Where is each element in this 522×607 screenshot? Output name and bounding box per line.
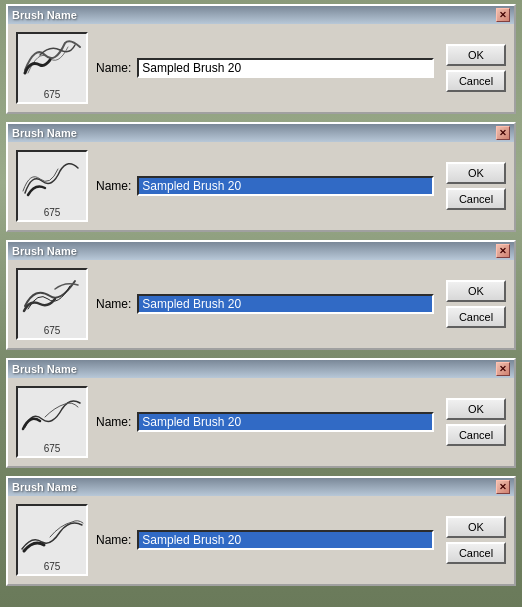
titlebar-3: Brush Name ✕ — [8, 242, 514, 260]
dialog-2: Brush Name ✕ 675 Name: OK Cancel — [6, 122, 516, 232]
body-2: 675 Name: OK Cancel — [8, 142, 514, 230]
name-row-2: Name: — [96, 176, 434, 196]
brush-number-1: 675 — [44, 89, 61, 100]
brush-preview-2: 675 — [16, 150, 88, 222]
cancel-button-2[interactable]: Cancel — [446, 188, 506, 210]
name-input-5[interactable] — [137, 530, 434, 550]
cancel-button-5[interactable]: Cancel — [446, 542, 506, 564]
dialog-5: Brush Name ✕ 675 Name: OK Cancel — [6, 476, 516, 586]
brush-stroke-4 — [20, 389, 85, 439]
body-4: 675 Name: OK Cancel — [8, 378, 514, 466]
name-input-4[interactable] — [137, 412, 434, 432]
ok-button-4[interactable]: OK — [446, 398, 506, 420]
brush-number-2: 675 — [44, 207, 61, 218]
close-button-4[interactable]: ✕ — [496, 362, 510, 376]
titlebar-1: Brush Name ✕ — [8, 6, 514, 24]
ok-button-5[interactable]: OK — [446, 516, 506, 538]
name-label-1: Name: — [96, 61, 131, 75]
buttons-4: OK Cancel — [446, 398, 506, 446]
brush-number-4: 675 — [44, 443, 61, 454]
titlebar-4: Brush Name ✕ — [8, 360, 514, 378]
ok-button-3[interactable]: OK — [446, 280, 506, 302]
buttons-3: OK Cancel — [446, 280, 506, 328]
brush-preview-4: 675 — [16, 386, 88, 458]
cancel-button-1[interactable]: Cancel — [446, 70, 506, 92]
name-input-2[interactable] — [137, 176, 434, 196]
dialog-4: Brush Name ✕ 675 Name: OK Cancel — [6, 358, 516, 468]
name-area-5: Name: — [96, 530, 434, 550]
brush-stroke-5 — [20, 507, 85, 557]
brush-stroke-3 — [20, 271, 85, 321]
name-area-3: Name: — [96, 294, 434, 314]
buttons-5: OK Cancel — [446, 516, 506, 564]
body-5: 675 Name: OK Cancel — [8, 496, 514, 584]
dialog-1: Brush Name ✕ 675 Name: OK Cancel — [6, 4, 516, 114]
title-5: Brush Name — [12, 481, 77, 493]
name-input-3[interactable] — [137, 294, 434, 314]
name-label-4: Name: — [96, 415, 131, 429]
dialog-3: Brush Name ✕ 675 Name: OK Cancel — [6, 240, 516, 350]
name-row-3: Name: — [96, 294, 434, 314]
name-area-1: Name: — [96, 58, 434, 78]
title-2: Brush Name — [12, 127, 77, 139]
close-button-1[interactable]: ✕ — [496, 8, 510, 22]
name-label-2: Name: — [96, 179, 131, 193]
buttons-2: OK Cancel — [446, 162, 506, 210]
cancel-button-4[interactable]: Cancel — [446, 424, 506, 446]
name-area-4: Name: — [96, 412, 434, 432]
name-row-4: Name: — [96, 412, 434, 432]
brush-number-5: 675 — [44, 561, 61, 572]
name-label-5: Name: — [96, 533, 131, 547]
title-4: Brush Name — [12, 363, 77, 375]
name-input-1[interactable] — [137, 58, 434, 78]
brush-preview-5: 675 — [16, 504, 88, 576]
body-1: 675 Name: OK Cancel — [8, 24, 514, 112]
name-row-1: Name: — [96, 58, 434, 78]
titlebar-2: Brush Name ✕ — [8, 124, 514, 142]
titlebar-5: Brush Name ✕ — [8, 478, 514, 496]
close-button-5[interactable]: ✕ — [496, 480, 510, 494]
title-3: Brush Name — [12, 245, 77, 257]
name-area-2: Name: — [96, 176, 434, 196]
brush-stroke-2 — [20, 153, 85, 203]
name-row-5: Name: — [96, 530, 434, 550]
brush-stroke-1 — [20, 35, 85, 85]
brush-number-3: 675 — [44, 325, 61, 336]
body-3: 675 Name: OK Cancel — [8, 260, 514, 348]
buttons-1: OK Cancel — [446, 44, 506, 92]
ok-button-2[interactable]: OK — [446, 162, 506, 184]
brush-preview-1: 675 — [16, 32, 88, 104]
ok-button-1[interactable]: OK — [446, 44, 506, 66]
brush-preview-3: 675 — [16, 268, 88, 340]
close-button-3[interactable]: ✕ — [496, 244, 510, 258]
name-label-3: Name: — [96, 297, 131, 311]
title-1: Brush Name — [12, 9, 77, 21]
close-button-2[interactable]: ✕ — [496, 126, 510, 140]
cancel-button-3[interactable]: Cancel — [446, 306, 506, 328]
